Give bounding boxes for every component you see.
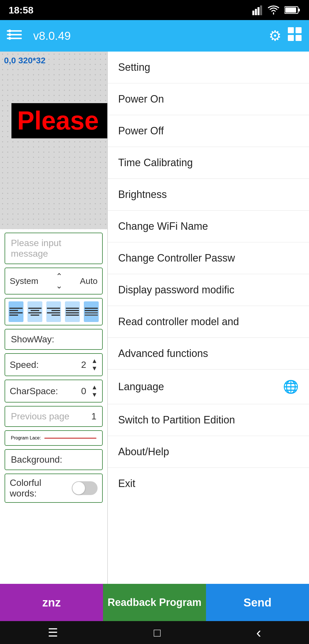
status-icons (252, 5, 300, 15)
menu-item-power-off[interactable]: Power Off (108, 115, 309, 147)
colorful-words-label: Colorful words: (10, 478, 69, 499)
bottom-action-bar: znz Readback Program Send (0, 584, 309, 621)
charspace-label: CharSpace: (10, 386, 78, 396)
speed-row: Speed: 2 ▲ ▼ (5, 353, 103, 376)
svg-rect-15 (288, 35, 294, 41)
font-spinner[interactable]: ⌃⌄ (41, 272, 77, 290)
speed-label: Speed: (10, 360, 78, 370)
svg-rect-0 (252, 11, 254, 15)
language-globe-icon: 🌐 (283, 379, 299, 394)
previous-page-label: Previous page (11, 411, 70, 422)
status-bar: 18:58 (0, 0, 309, 20)
align-option5-button[interactable] (84, 301, 99, 322)
send-button[interactable]: Send (206, 584, 309, 621)
app-title: v8.0.49 (33, 30, 269, 42)
dropdown-menu: Setting Power On Power Off Time Calibrat… (108, 52, 309, 584)
font-selector[interactable]: System (10, 276, 38, 286)
wifi-icon (268, 5, 279, 15)
nav-menu-icon[interactable]: ☰ (48, 626, 58, 639)
page-number: 1 (91, 411, 96, 422)
speed-value: 2 (81, 360, 86, 370)
menu-icon[interactable] (7, 29, 22, 43)
nav-home-icon[interactable]: □ (154, 626, 161, 639)
align-left-button[interactable] (9, 301, 23, 322)
previous-page-field[interactable]: Previous page 1 (5, 406, 103, 427)
svg-rect-2 (258, 7, 260, 15)
led-text: Please inp (11, 103, 108, 138)
align-right-button[interactable] (46, 301, 61, 322)
dot-grid (0, 52, 108, 229)
mode-auto[interactable]: Auto (80, 276, 98, 286)
form-area: Please input message System ⌃⌄ Auto (0, 229, 107, 584)
svg-rect-13 (288, 27, 294, 33)
program-lace-field[interactable]: Program Lace: (5, 430, 103, 446)
colorful-words-toggle[interactable] (72, 481, 98, 495)
lace-line (44, 438, 96, 439)
menu-item-power-on[interactable]: Power On (108, 83, 309, 115)
background-field[interactable]: Background: (5, 449, 103, 470)
svg-rect-5 (298, 9, 300, 11)
battery-icon (284, 6, 300, 14)
speed-spinner[interactable]: ▲ ▼ (91, 357, 98, 372)
settings-icon[interactable]: ⚙ (269, 28, 282, 44)
led-coordinates: 0,0 320*32 (4, 56, 45, 65)
nav-bar: ☰ □ ‹ (0, 621, 309, 644)
svg-rect-16 (296, 35, 302, 41)
menu-item-exit[interactable]: Exit (108, 468, 309, 499)
svg-rect-1 (255, 9, 257, 15)
main-area: 0,0 320*32 Please inp Please input messa… (0, 52, 309, 584)
message-input[interactable]: Please input message (5, 233, 103, 264)
menu-item-setting[interactable]: Setting (108, 52, 309, 83)
charspace-spinner[interactable]: ▲ ▼ (91, 384, 98, 398)
svg-rect-14 (296, 27, 302, 33)
menu-item-about[interactable]: About/Help (108, 436, 309, 468)
menu-item-change-controller-pass[interactable]: Change Controller Passw (108, 242, 309, 274)
grid-icon[interactable] (287, 27, 302, 45)
led-display: 0,0 320*32 Please inp (0, 52, 108, 229)
colorful-words-toggle-container (72, 481, 98, 495)
program-lace-label: Program Lace: (11, 435, 41, 441)
align-justify-button[interactable] (65, 301, 80, 322)
menu-item-partition[interactable]: Switch to Partition Edition (108, 404, 309, 436)
menu-item-change-wifi[interactable]: Change WiFi Name (108, 211, 309, 242)
signal-icon (252, 5, 263, 15)
app-bar-actions: ⚙ (269, 27, 302, 45)
svg-point-12 (8, 37, 11, 40)
charspace-value: 0 (81, 386, 86, 396)
colorful-words-row: Colorful words: (5, 474, 103, 503)
left-panel: 0,0 320*32 Please inp Please input messa… (0, 52, 108, 584)
app-bar: v8.0.49 ⚙ (0, 20, 309, 52)
status-time: 18:58 (9, 5, 33, 16)
svg-point-10 (8, 30, 11, 32)
align-center-button[interactable] (27, 301, 42, 322)
toggle-knob (72, 482, 85, 494)
menu-item-display-password[interactable]: Display password modific (108, 274, 309, 306)
menu-item-language[interactable]: Language 🌐 (108, 370, 309, 404)
menu-item-time-calibrating[interactable]: Time Calibrating (108, 147, 309, 179)
svg-rect-3 (260, 5, 262, 15)
menu-item-brightness[interactable]: Brightness (108, 179, 309, 211)
alignment-buttons (5, 298, 103, 325)
readback-button[interactable]: Readback Program (103, 584, 206, 621)
menu-item-read-controller[interactable]: Read controller model and (108, 306, 309, 338)
svg-rect-6 (285, 7, 296, 13)
showway-field[interactable]: ShowWay: (5, 329, 103, 350)
nav-back-icon[interactable]: ‹ (256, 624, 261, 641)
charspace-row: CharSpace: 0 ▲ ▼ (5, 380, 103, 403)
font-mode-row: System ⌃⌄ Auto (5, 268, 103, 294)
znz-button[interactable]: znz (0, 584, 103, 621)
svg-point-11 (8, 33, 11, 36)
menu-item-advanced[interactable]: Advanced functions (108, 338, 309, 370)
